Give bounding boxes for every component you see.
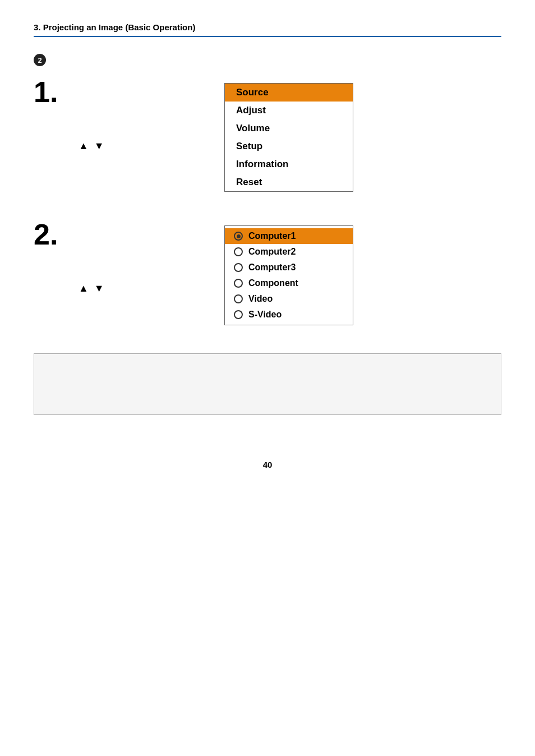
menu-item-source[interactable]: Source xyxy=(225,84,353,102)
menu-item-volume[interactable]: Volume xyxy=(225,119,353,137)
source-item-video[interactable]: Video xyxy=(225,291,353,307)
step-1-arrow-down: ▼ xyxy=(94,140,104,152)
step-1-section: 1. ▲ ▼ Source Adjust Volume Setup Inform… xyxy=(34,77,501,192)
step-2-left: 2. ▲ ▼ xyxy=(34,220,213,294)
page-number: 40 xyxy=(34,460,501,469)
step-1-left: 1. ▲ ▼ xyxy=(34,77,213,152)
chapter-title: 3. Projecting an Image (Basic Operation) xyxy=(34,22,195,32)
step-2-number: 2. xyxy=(34,220,58,249)
step-1-arrow-up: ▲ xyxy=(79,140,89,152)
source-label-component: Component xyxy=(248,278,298,288)
note-box xyxy=(34,353,501,415)
radio-video xyxy=(234,294,243,303)
source-label-computer2: Computer2 xyxy=(248,247,296,257)
menu-item-information[interactable]: Information xyxy=(225,155,353,173)
source-item-svideo[interactable]: S-Video xyxy=(225,307,353,322)
source-menu-box: Computer1 Computer2 Computer3 Component … xyxy=(224,225,353,325)
step-2-arrows: ▲ ▼ xyxy=(79,283,104,294)
section-bullet: 2 xyxy=(34,54,46,66)
source-item-computer2[interactable]: Computer2 xyxy=(225,244,353,260)
source-item-computer3[interactable]: Computer3 xyxy=(225,260,353,275)
source-label-svideo: S-Video xyxy=(248,310,282,320)
step-1-number: 1. xyxy=(34,77,58,107)
step-2-arrow-down: ▼ xyxy=(94,283,104,294)
main-menu-box: Source Adjust Volume Setup Information R… xyxy=(224,83,353,192)
chapter-header: 3. Projecting an Image (Basic Operation) xyxy=(34,22,501,37)
source-label-computer3: Computer3 xyxy=(248,262,296,273)
radio-computer3 xyxy=(234,263,243,272)
source-label-video: Video xyxy=(248,294,273,304)
radio-computer1 xyxy=(234,232,243,241)
source-item-component[interactable]: Component xyxy=(225,275,353,291)
radio-svideo xyxy=(234,310,243,319)
menu-item-setup[interactable]: Setup xyxy=(225,137,353,155)
source-item-computer1[interactable]: Computer1 xyxy=(225,228,353,244)
menu-item-adjust[interactable]: Adjust xyxy=(225,102,353,119)
step-1-arrows: ▲ ▼ xyxy=(79,140,104,152)
menu-item-reset[interactable]: Reset xyxy=(225,173,353,191)
step-2-arrow-up: ▲ xyxy=(79,283,89,294)
step-2-section: 2. ▲ ▼ Computer1 Computer2 Computer3 Com… xyxy=(34,220,501,325)
radio-component xyxy=(234,279,243,288)
radio-computer2 xyxy=(234,247,243,256)
source-label-computer1: Computer1 xyxy=(248,231,296,241)
